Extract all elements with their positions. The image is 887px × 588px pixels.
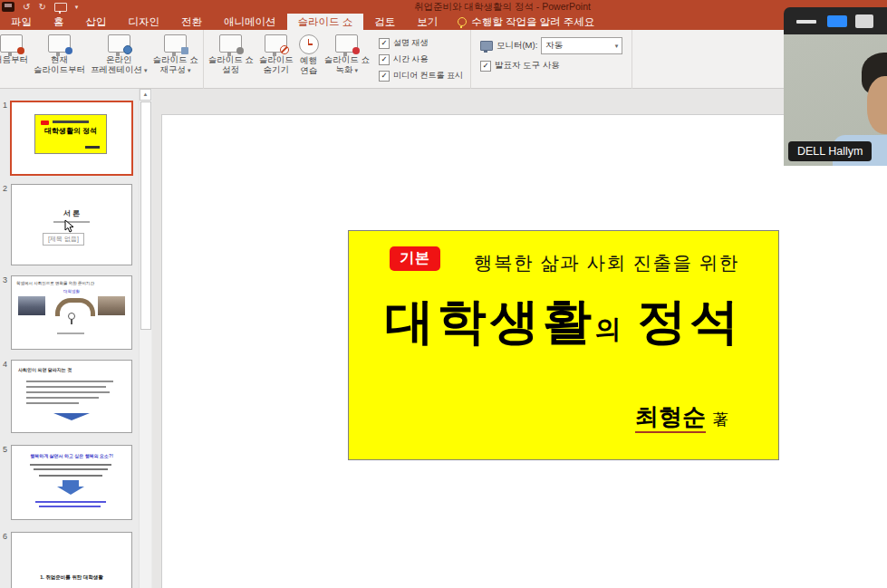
tab-view[interactable]: 보기 — [406, 14, 448, 30]
text-line — [85, 146, 100, 149]
slide-thumbnail-2[interactable]: 서 론 [제목 없음] — [11, 184, 132, 265]
record-dot-icon — [352, 47, 360, 54]
setup-slideshow-icon — [219, 34, 242, 53]
slide-number: 6 — [3, 532, 7, 541]
hide-label-1: 슬라이드 — [259, 55, 294, 65]
record-slideshow-button[interactable]: 슬라이드 쇼 녹화▾ — [322, 32, 372, 75]
monitors-column: 모니터(M): 자동 ▾ ✓ 발표자 도구 사용 — [473, 32, 630, 72]
text-line — [57, 333, 84, 334]
from-current-label-2: 슬라이드부터 — [34, 65, 85, 75]
slide-number: 5 — [3, 445, 7, 454]
webcam-titlebar[interactable] — [784, 7, 887, 34]
mini-slide-title: 대학생활의 정석 — [35, 126, 106, 136]
start-slideshow-icon[interactable] — [54, 3, 67, 12]
checkbox-checked-icon: ✓ — [379, 71, 390, 82]
use-timings-checkbox[interactable]: ✓ 시간 사용 — [379, 53, 463, 65]
mouse-cursor-icon — [64, 219, 74, 233]
slide-author[interactable]: 최형순著 — [635, 401, 728, 433]
text-line — [26, 391, 110, 393]
slide-thumbnail-1[interactable]: 대학생활의 정석 — [10, 101, 133, 176]
use-timings-label: 시간 사용 — [393, 53, 429, 65]
thumb3-title: 학생에서 사회인으로 변화를 위한 준비기간 — [16, 281, 127, 285]
text-line — [26, 381, 113, 382]
scrollbar-thumb[interactable] — [140, 101, 151, 330]
slide-thumbnail-4[interactable]: 사회인이 되면 달라지는 것 — [11, 360, 132, 433]
from-current-slide-button[interactable]: 현재 슬라이드부터 — [31, 32, 88, 74]
online-presentation-button[interactable]: 온라인 프레젠테이션▾ — [88, 32, 150, 75]
text-line — [35, 501, 106, 503]
record-label-2: 녹화▾ — [336, 65, 359, 76]
rehearse-timings-button[interactable]: 예행 연습 — [296, 32, 322, 75]
checkbox-checked-icon: ✓ — [480, 61, 491, 72]
show-media-controls-checkbox[interactable]: ✓ 미디어 컨트롤 표시 — [379, 70, 463, 82]
monitor-label: 모니터(M): — [497, 40, 537, 52]
scrollbar-up-icon[interactable]: ▲ — [140, 89, 151, 101]
slide-number: 2 — [3, 184, 7, 193]
custom-slideshow-icon — [164, 34, 187, 53]
slash-accent-icon — [280, 45, 289, 54]
monitor-dropdown-value: 자동 — [545, 40, 563, 52]
tab-design[interactable]: 디자인 — [118, 14, 171, 30]
tab-animations[interactable]: 애니메이션 — [213, 14, 287, 30]
setup-checkboxes: ✓ 설명 재생 ✓ 시간 사용 ✓ 미디어 컨트롤 표시 — [372, 32, 468, 82]
undo-icon[interactable]: ↺ — [23, 2, 30, 12]
tab-insert[interactable]: 삽입 — [75, 14, 118, 30]
slide-thumbnail-6[interactable]: 1. 취업준비를 위한 대학생활 — [11, 532, 132, 588]
play-accent-icon — [17, 47, 24, 54]
online-label-2: 프레젠테이션▾ — [91, 65, 148, 76]
qat-customize-caret-icon[interactable]: ▾ — [75, 4, 79, 11]
ribbon: 처음부터 현재 슬라이드부터 온라인 프레젠테이션▾ 슬라이드 쇼 재구성▾ 슬… — [0, 30, 887, 89]
tab-home[interactable]: 홈 — [43, 14, 75, 30]
slide-thumbnail-5[interactable]: 행복하게 살면서 하고 싶은 행복의 요소?! — [11, 445, 132, 520]
tab-file[interactable]: 파일 — [0, 14, 43, 30]
title-bar: ↺ ↻ ▾ 취업준비와 대학생활의 정석 - PowerPoint — [0, 0, 887, 14]
current-accent-icon — [65, 47, 72, 54]
from-beginning-button[interactable]: 처음부터 — [0, 32, 31, 65]
slide-tagline[interactable]: 행복한 삶과 사회 진출을 위한 — [474, 250, 739, 275]
tell-me-box[interactable]: 수행할 작업을 알려 주세요 — [448, 14, 603, 30]
slide-page[interactable]: 기본 행복한 삶과 사회 진출을 위한 대학생활의 정석 최형순著 — [161, 114, 887, 588]
slide-thumbnail-3[interactable]: 학생에서 사회인으로 변화를 위한 준비기간 대학생활 — [11, 275, 132, 350]
dropdown-caret-icon: ▾ — [355, 67, 359, 73]
setup-slideshow-button[interactable]: 슬라이드 쇼 설정 — [206, 32, 256, 74]
thumb4-title: 사회인이 되면 달라지는 것 — [18, 367, 72, 372]
badge-shape[interactable]: 기본 — [390, 246, 440, 271]
video-toggle-icon[interactable] — [827, 15, 847, 27]
redo-icon[interactable]: ↻ — [38, 2, 45, 12]
gear-accent-icon — [236, 47, 244, 54]
tab-review[interactable]: 검토 — [363, 14, 406, 30]
custom-slideshow-button[interactable]: 슬라이드 쇼 재구성▾ — [150, 32, 201, 75]
slide-title-particle: 의 — [595, 314, 622, 343]
monitor-row: 모니터(M): 자동 ▾ — [480, 37, 622, 54]
thumb3-figure — [68, 313, 75, 320]
online-presentation-icon — [108, 34, 130, 53]
thumb2-title: 서 론 — [12, 208, 131, 218]
lightbulb-icon — [458, 17, 467, 26]
text-line — [26, 402, 79, 404]
thumb5-arrow-shape — [57, 487, 84, 495]
thumbnail-scrollbar[interactable]: ▲ — [139, 89, 151, 588]
hide-slide-icon — [265, 34, 287, 53]
hide-slide-button[interactable]: 슬라이드 숨기기 — [256, 32, 296, 74]
slideshow-play-icon — [0, 34, 23, 53]
webcam-window: DELL Hallym — [784, 7, 887, 166]
yellow-title-shape[interactable]: 기본 행복한 삶과 사회 진출을 위한 대학생활의 정석 최형순著 — [348, 230, 779, 460]
presenter-view-label: 발표자 도구 사용 — [495, 60, 560, 72]
monitor-dropdown[interactable]: 자동 ▾ — [541, 37, 622, 54]
minimize-icon[interactable] — [796, 20, 816, 24]
slide-number: 4 — [3, 360, 7, 369]
play-narrations-checkbox[interactable]: ✓ 설명 재생 — [379, 37, 463, 49]
person-face — [867, 76, 887, 134]
tab-transitions[interactable]: 전환 — [170, 14, 213, 30]
tab-slideshow[interactable]: 슬라이드 쇼 — [287, 14, 364, 30]
author-suffix: 著 — [713, 411, 728, 429]
save-icon[interactable] — [2, 2, 14, 12]
show-media-controls-label: 미디어 컨트롤 표시 — [393, 70, 463, 82]
presenter-view-checkbox[interactable]: ✓ 발표자 도구 사용 — [480, 60, 622, 72]
slide-number: 3 — [3, 275, 7, 284]
mini-title-slide: 대학생활의 정석 — [34, 114, 107, 154]
thumb5-title: 행복하게 살면서 하고 싶은 행복의 요소?! — [12, 453, 131, 458]
slide-title[interactable]: 대학생활의 정석 — [349, 285, 778, 370]
slide-thumbnail-panel: 1 2 3 4 5 6 대학생활의 정석 서 론 [제목 없음] 학생에서 사회… — [0, 89, 152, 588]
maximize-icon[interactable] — [855, 14, 873, 28]
